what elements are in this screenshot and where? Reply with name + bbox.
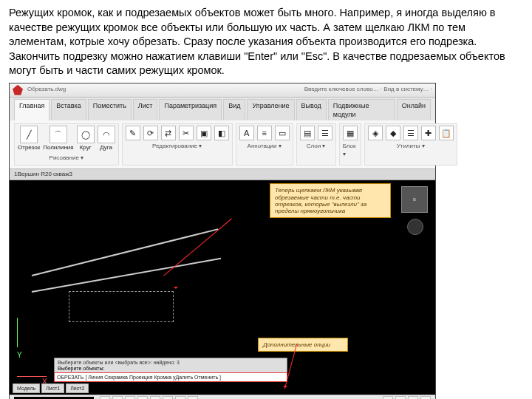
layers-icon[interactable]: ▤ xyxy=(300,126,315,140)
btn-circle[interactable]: ◯Круг xyxy=(77,126,95,152)
util-icon[interactable]: ☰ xyxy=(403,126,418,140)
ucs-y-axis xyxy=(17,318,18,347)
tab-param[interactable]: Параметризация xyxy=(159,99,222,120)
btn-arc[interactable]: ◠Дуга xyxy=(98,126,115,152)
block-icon[interactable]: ▦ xyxy=(343,126,358,140)
callout-top: Теперь щелкаем ЛКМ указывая обрезаемые ч… xyxy=(270,183,391,218)
panel-utils-label: Утилиты ▾ xyxy=(397,143,425,151)
annotation-arrow-icon xyxy=(163,219,232,276)
osnap-toggle-icon[interactable] xyxy=(150,396,160,399)
panel-block: ▦ Блок ▾ xyxy=(339,123,361,166)
layout-tabs: Модель Лист1 Лист2 xyxy=(13,383,89,393)
panel-modify-label: Редактирование ▾ xyxy=(152,143,202,151)
tab-insert[interactable]: Вставка xyxy=(51,99,86,120)
app-logo-icon xyxy=(13,85,23,95)
util-icon[interactable]: ◆ xyxy=(386,126,400,140)
btn-line-label: Отрезок xyxy=(18,144,40,152)
layout-tab-model[interactable]: Модель xyxy=(13,383,40,393)
dyn-toggle-icon[interactable] xyxy=(175,396,185,399)
status-icon[interactable] xyxy=(408,396,418,399)
window-title: Обрезать.dwg xyxy=(27,86,300,94)
cmd-line: Выберите объекты или <выбрать все>: найд… xyxy=(58,360,284,366)
btn-arc-label: Дуга xyxy=(100,144,112,152)
snap-toggle-icon[interactable] xyxy=(100,396,110,399)
titlebar: Обрезать.dwg Введите ключевое слово… · В… xyxy=(10,83,435,98)
panel-modify: ✎ ⟳ ⇄ ✂ ▣ ◧ Редактирование ▾ xyxy=(122,123,233,166)
status-icon[interactable] xyxy=(420,396,431,399)
layout-tab-sheet1[interactable]: Лист1 xyxy=(41,383,64,393)
panel-layers: ▤ ☰ Слои ▾ xyxy=(296,123,336,166)
selection-rectangle xyxy=(69,291,174,322)
ribbon: ╱Отрезок ⌒Полилиния ◯Круг ◠Дуга Рисовани… xyxy=(10,120,435,169)
tab-home[interactable]: Главная xyxy=(14,99,50,120)
layerlist-icon[interactable]: ☰ xyxy=(318,126,332,140)
modify-icon[interactable]: ⟳ xyxy=(143,126,158,140)
line-icon: ╱ xyxy=(20,126,38,143)
btn-line[interactable]: ╱Отрезок xyxy=(18,126,40,152)
modify-icon[interactable]: ✂ xyxy=(179,126,194,140)
arrow-head-icon xyxy=(283,386,287,390)
tab-addins[interactable]: Подвижные модули xyxy=(328,99,395,120)
layout-tab-sheet2[interactable]: Лист2 xyxy=(66,383,89,393)
dim-icon[interactable]: ≡ xyxy=(257,126,272,140)
ortho-toggle-icon[interactable] xyxy=(125,396,135,399)
panel-block-label: Блок ▾ xyxy=(343,143,358,159)
panel-annot-label: Аннотации ▾ xyxy=(248,143,282,151)
lwt-toggle-icon[interactable] xyxy=(188,396,198,399)
tab-sheet[interactable]: Лист xyxy=(133,99,158,120)
grid-toggle-icon[interactable] xyxy=(112,396,123,399)
panel-layers-label: Слои ▾ xyxy=(307,143,326,151)
status-toggles xyxy=(100,396,198,399)
arc-icon: ◠ xyxy=(98,126,115,143)
status-icon[interactable] xyxy=(383,396,393,399)
tab-view[interactable]: Вид xyxy=(223,99,245,120)
clipboard-icon[interactable]: 📋 xyxy=(439,126,454,140)
status-icon[interactable] xyxy=(395,396,406,399)
status-bar: 371.9486, 642.3893, 0.0000 МОДЕЛ xyxy=(10,395,435,399)
intro-paragraph: Режущих кромок, как и подрезаемых объект… xyxy=(9,6,523,78)
btn-polyline-label: Полилиния xyxy=(43,144,74,152)
panel-utils: ◈ ◆ ☰ ✚ 📋 Утилиты ▾ xyxy=(364,123,457,166)
panel-draw-label: Рисование ▾ xyxy=(50,154,84,163)
command-prompt[interactable]: ОБРЕЗАТЬ [ Линия Секрамка Проекция Кромк… xyxy=(54,372,287,382)
polyline-icon: ⌒ xyxy=(50,126,67,143)
modify-icon[interactable]: ✎ xyxy=(126,126,140,140)
table-icon[interactable]: ▭ xyxy=(275,126,290,140)
line-object[interactable] xyxy=(32,258,221,293)
ribbon-tabs: Главная Вставка Поместить Лист Параметри… xyxy=(10,98,435,120)
arrow-head-icon xyxy=(174,287,178,291)
tab-online[interactable]: Онлайн xyxy=(397,99,431,120)
document-tab[interactable]: 1Вершин R20 скваж3 xyxy=(10,169,435,181)
polar-toggle-icon[interactable] xyxy=(137,396,148,399)
modify-icon[interactable]: ⇄ xyxy=(161,126,176,140)
util-icon[interactable]: ◈ xyxy=(368,126,383,140)
tab-place[interactable]: Поместить xyxy=(88,99,132,120)
util-icon[interactable]: ✚ xyxy=(421,126,436,140)
cmd-line: Выберите объекты: xyxy=(58,366,284,372)
tab-output[interactable]: Вывод xyxy=(296,99,327,120)
text-icon[interactable]: A xyxy=(239,126,254,140)
drawing-canvas[interactable]: В Теперь щелкаем ЛКМ указывая обрезаемые… xyxy=(10,180,435,395)
autocad-window: Обрезать.dwg Введите ключевое слово… · В… xyxy=(9,83,436,399)
status-right-toggles xyxy=(383,396,431,399)
panel-annot: A ≡ ▭ Аннотации ▾ xyxy=(236,123,293,166)
viewcube[interactable]: В xyxy=(401,186,428,213)
otrack-toggle-icon[interactable] xyxy=(163,396,173,399)
modify-icon[interactable]: ▣ xyxy=(197,126,211,140)
btn-circle-label: Круг xyxy=(80,144,92,152)
panel-draw: ╱Отрезок ⌒Полилиния ◯Круг ◠Дуга Рисовани… xyxy=(14,123,119,166)
circle-icon: ◯ xyxy=(77,126,95,143)
callout-bottom: Дополнительные опции xyxy=(258,338,348,352)
modify-icon[interactable]: ◧ xyxy=(214,126,229,140)
quick-access-hint: Введите ключевое слово… · Вид в систему…… xyxy=(304,86,432,94)
nav-wheel-icon[interactable] xyxy=(407,219,423,235)
btn-polyline[interactable]: ⌒Полилиния xyxy=(43,126,74,152)
tab-manage[interactable]: Управление xyxy=(247,99,294,120)
